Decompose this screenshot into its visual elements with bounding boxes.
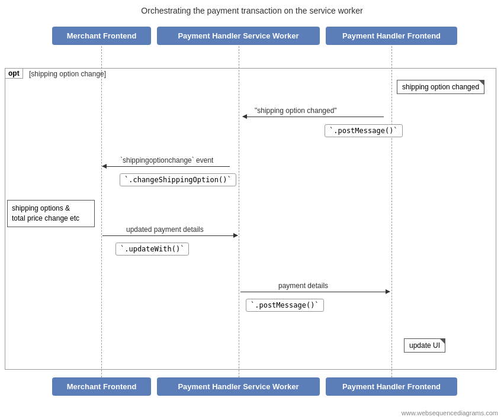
arrow-3 [102, 235, 237, 236]
arrow-label-4: payment details [278, 282, 328, 290]
code-postmessage-1: `.postMessage()` [325, 124, 403, 137]
arrow-4 [240, 292, 390, 292]
code-change-shipping: `.changeShippingOption()` [120, 173, 236, 186]
note-shipping-changed: shipping option changed [397, 80, 484, 94]
watermark: www.websequencediagrams.com [402, 409, 498, 416]
note-update-ui: update UI [404, 338, 445, 353]
diagram-title: Orchestrating the payment transaction on… [0, 0, 504, 15]
side-note-shipping: shipping options &total price change etc [7, 200, 95, 227]
arrow-label-3: updated payment details [126, 225, 204, 234]
arrow-1 [243, 117, 384, 117]
actor-sw-top: Payment Handler Service Worker [157, 27, 320, 45]
actor-merchant-top: Merchant Frontend [52, 27, 151, 45]
opt-label: opt [5, 68, 23, 79]
arrow-label-1: "shipping option changed" [255, 106, 337, 115]
opt-condition: [shipping option change] [29, 70, 106, 78]
actor-merchant-bottom: Merchant Frontend [52, 377, 151, 396]
diagram-container: Orchestrating the payment transaction on… [0, 0, 504, 420]
code-postmessage-2: `.postMessage()` [246, 299, 324, 312]
actor-frontend-top: Payment Handler Frontend [326, 27, 457, 45]
arrow-2 [102, 166, 230, 167]
side-note-text: shipping options &total price change etc [12, 204, 79, 222]
actor-sw-bottom: Payment Handler Service Worker [157, 377, 320, 396]
arrow-label-2: `shippingoptionchange` event [120, 156, 213, 164]
actor-frontend-bottom: Payment Handler Frontend [326, 377, 457, 396]
code-update-with: `.updateWith()` [115, 243, 189, 256]
